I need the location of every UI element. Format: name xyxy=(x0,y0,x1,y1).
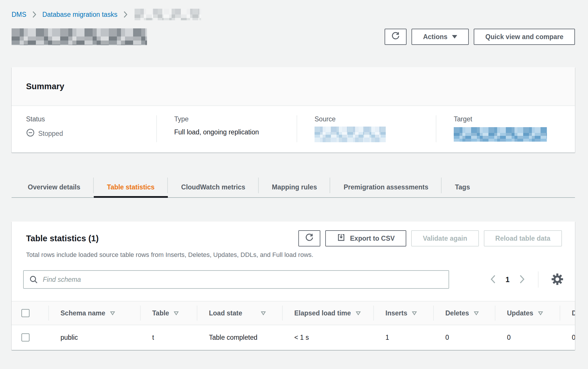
summary-panel: Summary Status Stopped Type Full load, o… xyxy=(12,67,575,153)
preferences-button[interactable] xyxy=(551,273,563,286)
column-header-label: Inserts xyxy=(385,309,407,317)
breadcrumb-chevron-icon xyxy=(123,11,128,18)
cell-table: t xyxy=(140,325,197,350)
column-header-schema-name[interactable]: Schema name xyxy=(48,302,140,325)
sort-icon xyxy=(474,311,479,315)
actions-button-label: Actions xyxy=(423,33,447,41)
reload-table-data-button[interactable]: Reload table data xyxy=(484,230,562,246)
export-to-csv-label: Export to CSV xyxy=(350,235,395,242)
target-value-redacted[interactable] xyxy=(454,127,547,142)
status-label: Status xyxy=(26,115,156,123)
summary-title: Summary xyxy=(26,82,64,91)
breadcrumb-link-dms[interactable]: DMS xyxy=(12,11,26,19)
column-header-label: Table xyxy=(152,309,169,317)
tab-cloudwatch-metrics[interactable]: CloudWatch metrics xyxy=(168,177,259,197)
sort-icon xyxy=(110,311,115,315)
column-header-deletes[interactable]: Deletes xyxy=(433,302,495,325)
summary-field-type: Type Full load, ongoing replication xyxy=(156,115,297,142)
sort-icon xyxy=(174,311,179,315)
column-header-label: Updates xyxy=(507,309,533,317)
pagination-divider xyxy=(538,271,539,288)
tab-mapping-rules[interactable]: Mapping rules xyxy=(259,177,330,197)
search-box xyxy=(23,270,449,289)
cell-load-state: Table completed xyxy=(197,325,282,350)
table-statistics-title: Table statistics (1) xyxy=(26,234,99,243)
column-header-updates[interactable]: Updates xyxy=(495,302,560,325)
quick-view-and-compare-button[interactable]: Quick view and compare xyxy=(474,29,575,45)
column-header-inserts[interactable]: Inserts xyxy=(373,302,433,325)
cell-schema-name: public xyxy=(48,325,140,350)
type-value: Full load, ongoing replication xyxy=(174,128,297,136)
tab-list: Overview details Table statistics CloudW… xyxy=(12,177,575,198)
column-header-ddls-clipped[interactable]: D xyxy=(560,302,575,325)
refresh-icon xyxy=(391,31,400,42)
current-page-number[interactable]: 1 xyxy=(504,275,511,284)
refresh-icon xyxy=(305,233,314,244)
breadcrumb-chevron-icon xyxy=(32,11,36,18)
breadcrumb: DMS Database migration tasks xyxy=(12,9,575,20)
sort-icon xyxy=(261,311,266,315)
row-checkbox[interactable] xyxy=(21,333,30,341)
column-header-load-state[interactable]: Load state xyxy=(197,302,282,325)
column-header-label: Elapsed load time xyxy=(294,309,351,317)
chevron-left-icon xyxy=(490,274,496,285)
cell-elapsed-load-time: < 1 s xyxy=(282,325,373,350)
cell-inserts: 1 xyxy=(373,325,433,350)
summary-field-status: Status Stopped xyxy=(12,115,156,142)
download-icon xyxy=(337,233,346,244)
column-header-label: Load state xyxy=(209,309,242,317)
summary-panel-header: Summary xyxy=(12,67,575,106)
header-actions: Actions Quick view and compare xyxy=(385,29,575,45)
export-to-csv-button[interactable]: Export to CSV xyxy=(325,230,407,246)
reload-table-data-label: Reload table data xyxy=(495,235,550,242)
breadcrumb-redacted-task-name xyxy=(135,9,201,20)
select-all-checkbox[interactable] xyxy=(21,309,30,317)
type-label: Type xyxy=(174,115,297,123)
page-title-redacted xyxy=(12,28,147,45)
column-header-elapsed-load-time[interactable]: Elapsed load time xyxy=(282,302,373,325)
search-row: 1 xyxy=(12,270,575,289)
breadcrumb-link-database-migration-tasks[interactable]: Database migration tasks xyxy=(42,11,117,19)
table-statistics-actions: Export to CSV Validate again Reload tabl… xyxy=(298,230,562,246)
tab-tags[interactable]: Tags xyxy=(442,177,483,197)
tab-table-statistics[interactable]: Table statistics xyxy=(94,177,168,197)
search-icon xyxy=(29,275,38,285)
source-label: Source xyxy=(315,115,436,123)
summary-panel-body: Status Stopped Type Full load, ongoing r… xyxy=(12,106,575,142)
cell-deletes: 0 xyxy=(433,325,495,350)
validate-again-button[interactable]: Validate again xyxy=(411,230,479,246)
sort-icon xyxy=(356,311,361,315)
column-header-label: D xyxy=(572,309,575,317)
status-value-text: Stopped xyxy=(38,130,63,138)
column-header-label: Deletes xyxy=(445,309,469,317)
page-header: Actions Quick view and compare xyxy=(12,28,575,45)
cell-ddls-clipped: 0 xyxy=(560,325,575,350)
chevron-right-icon xyxy=(519,274,525,285)
target-label: Target xyxy=(454,115,575,123)
sort-icon xyxy=(538,311,543,315)
table-statistics-description: Total rows include loaded source table r… xyxy=(26,251,575,259)
tab-premigration-assessments[interactable]: Premigration assessments xyxy=(330,177,442,197)
tab-overview-details[interactable]: Overview details xyxy=(14,177,94,197)
find-schema-input[interactable] xyxy=(23,270,449,289)
row-select-cell xyxy=(12,325,48,350)
stopped-icon xyxy=(26,128,35,139)
select-all-cell xyxy=(12,302,48,325)
previous-page-button[interactable] xyxy=(490,274,496,285)
gear-icon xyxy=(551,273,563,286)
status-value: Stopped xyxy=(26,128,156,139)
pagination: 1 xyxy=(490,271,563,288)
table-statistics-panel: Table statistics (1) Export to CSV Valid… xyxy=(12,222,575,350)
page: DMS Database migration tasks Actions Qui… xyxy=(12,9,575,350)
actions-button[interactable]: Actions xyxy=(411,29,469,45)
caret-down-icon xyxy=(452,35,457,39)
table-refresh-button[interactable] xyxy=(298,230,320,246)
refresh-button[interactable] xyxy=(385,29,407,45)
table-header-row: Schema name Table Load state Elapsed loa… xyxy=(12,301,575,325)
next-page-button[interactable] xyxy=(519,274,525,285)
column-header-table[interactable]: Table xyxy=(140,302,197,325)
sort-icon xyxy=(412,311,417,315)
table-statistics-header: Table statistics (1) Export to CSV Valid… xyxy=(12,230,575,246)
table-row[interactable]: public t Table completed < 1 s 1 0 0 0 xyxy=(12,325,575,350)
source-value-redacted[interactable] xyxy=(315,127,386,142)
